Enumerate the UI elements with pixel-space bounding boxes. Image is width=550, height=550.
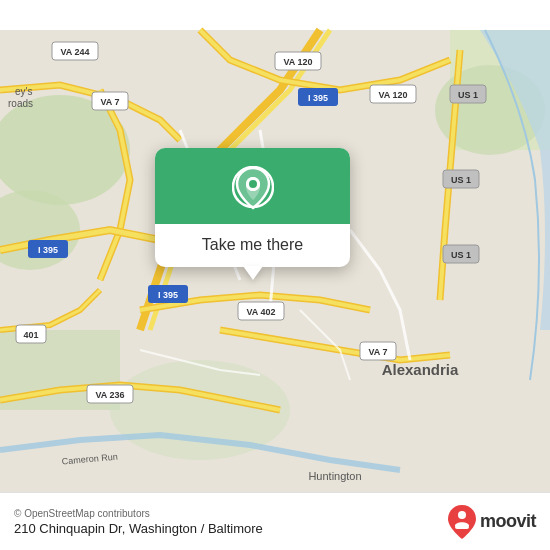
svg-text:VA 7: VA 7	[100, 97, 119, 107]
svg-text:Huntington: Huntington	[308, 470, 361, 482]
svg-text:Alexandria: Alexandria	[382, 361, 459, 378]
svg-text:US 1: US 1	[458, 90, 478, 100]
moovit-icon	[447, 504, 477, 540]
svg-text:roads: roads	[8, 98, 33, 109]
bottom-bar: © OpenStreetMap contributors 210 Chinqua…	[0, 492, 550, 550]
map-background: VA 244 VA 120 VA 120 I 395 VA 7 US 1 I 3…	[0, 0, 550, 550]
svg-text:VA 7: VA 7	[368, 347, 387, 357]
pin-icon	[235, 166, 271, 210]
moovit-label: moovit	[480, 511, 536, 532]
bottom-left-info: © OpenStreetMap contributors 210 Chinqua…	[14, 508, 263, 536]
svg-text:ey's: ey's	[15, 86, 32, 97]
moovit-logo: moovit	[447, 504, 536, 540]
popup-tail	[243, 266, 263, 280]
svg-point-44	[249, 180, 257, 188]
svg-text:VA 120: VA 120	[283, 57, 312, 67]
svg-rect-46	[455, 525, 469, 529]
svg-text:I 395: I 395	[38, 245, 58, 255]
svg-text:I 395: I 395	[158, 290, 178, 300]
svg-text:VA 244: VA 244	[60, 47, 89, 57]
svg-text:US 1: US 1	[451, 250, 471, 260]
svg-text:US 1: US 1	[451, 175, 471, 185]
popup-header	[155, 148, 350, 224]
map-container: VA 244 VA 120 VA 120 I 395 VA 7 US 1 I 3…	[0, 0, 550, 550]
copyright-text: © OpenStreetMap contributors	[14, 508, 263, 519]
svg-text:I 395: I 395	[308, 93, 328, 103]
address-text: 210 Chinquapin Dr, Washington / Baltimor…	[14, 521, 263, 536]
svg-point-45	[458, 511, 466, 519]
location-popup: Take me there	[155, 148, 350, 267]
svg-text:401: 401	[23, 330, 38, 340]
svg-text:VA 402: VA 402	[246, 307, 275, 317]
popup-button[interactable]: Take me there	[155, 224, 350, 267]
svg-text:VA 236: VA 236	[95, 390, 124, 400]
svg-text:VA 120: VA 120	[378, 90, 407, 100]
